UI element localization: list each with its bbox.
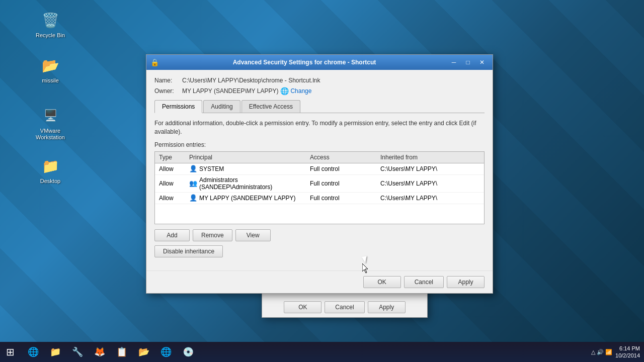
globe-icon: 🌐 — [280, 87, 288, 95]
group-icon: 👥 — [189, 179, 197, 188]
name-value: C:\Users\MY LAPPY\Desktop\chrome - Short… — [182, 77, 320, 84]
permission-entries-label: Permission entries: — [154, 141, 485, 148]
titlebar-controls: ─ □ ✕ — [447, 57, 489, 67]
row3-principal: 👤 MY LAPPY (SANDEEP\MY LAPPY) — [189, 194, 310, 202]
row3-inherited: C:\Users\MY LAPPY\ — [380, 195, 481, 202]
taskbar-explorer-icon[interactable]: 📁 — [44, 342, 66, 362]
table-row[interactable]: Allow 👥 Administrators (SANDEEP\Administ… — [155, 175, 484, 193]
desktop-folder-icon[interactable]: 📁 Desktop — [30, 156, 70, 185]
row1-access: Full control — [310, 165, 380, 172]
recycle-bin-label: Recycle Bin — [36, 32, 65, 39]
owner-row: Owner: MY LAPPY (SANDEEP\MY LAPPY) 🌐 Cha… — [154, 87, 485, 95]
permission-table: Type Principal Access Inherited from All… — [154, 151, 485, 224]
col-access: Access — [310, 154, 380, 161]
table-row[interactable]: Allow 👤 MY LAPPY (SANDEEP\MY LAPPY) Full… — [155, 193, 484, 204]
tab-content-permissions: For additional information, double-click… — [154, 113, 485, 263]
col-type: Type — [159, 154, 189, 161]
close-button[interactable]: ✕ — [475, 57, 489, 67]
vmware-icon[interactable]: 🖥️ VMware Workstation — [30, 106, 70, 141]
minimize-button[interactable]: ─ — [447, 57, 460, 67]
tab-auditing[interactable]: Auditing — [203, 100, 240, 113]
table-body: Allow 👤 SYSTEM Full control C:\Users\MY … — [155, 163, 484, 224]
missile-icon[interactable]: 📂 missile — [30, 55, 70, 84]
change-link[interactable]: Change — [290, 87, 311, 95]
permission-description: For additional information, double-click… — [154, 119, 485, 136]
row3-access: Full control — [310, 195, 380, 202]
disable-inheritance-button[interactable]: Disable inheritance — [154, 245, 223, 257]
recycle-bin-icon[interactable]: 🗑️ Recycle Bin — [30, 10, 70, 39]
taskbar-ie-icon[interactable]: 🌐 — [22, 342, 44, 362]
dialog-footer: OK Cancel Apply — [146, 270, 493, 293]
row1-principal: 👤 SYSTEM — [189, 165, 310, 173]
dialog-body: Name: C:\Users\MY LAPPY\Desktop\chrome -… — [146, 70, 493, 270]
advanced-security-dialog: 🔒 Advanced Security Settings for chrome … — [146, 54, 493, 294]
taskbar-firefox-icon[interactable]: 🦊 — [89, 342, 111, 362]
taskbar-tool-icon[interactable]: 🔧 — [66, 342, 89, 362]
dialog-icon: 🔒 — [150, 58, 158, 66]
name-label: Name: — [154, 77, 182, 84]
owner-label: Owner: — [154, 87, 182, 95]
cancel-button[interactable]: Cancel — [404, 276, 444, 288]
col-inherited: Inherited from — [380, 154, 481, 161]
secondary-apply-button[interactable]: Apply — [368, 301, 406, 313]
secondary-cancel-button[interactable]: Cancel — [325, 301, 364, 313]
maximize-button[interactable]: □ — [461, 57, 474, 67]
name-row: Name: C:\Users\MY LAPPY\Desktop\chrome -… — [154, 77, 485, 84]
row1-inherited: C:\Users\MY LAPPY\ — [380, 165, 481, 172]
time-display: 6:14 PM — [615, 345, 640, 352]
row2-access: Full control — [310, 180, 380, 187]
user2-icon: 👤 — [189, 194, 197, 202]
taskbar-tray: △ 🔊 📶 6:14 PM 10/2/2014 — [587, 345, 644, 359]
inheritance-area: Disable inheritance — [154, 245, 485, 257]
missile-label: missile — [42, 77, 59, 84]
table-header: Type Principal Access Inherited from — [155, 152, 484, 163]
secondary-ok-button[interactable]: OK — [284, 301, 321, 313]
taskbar-icons: 🌐 📁 🔧 🦊 📋 📂 🌐 💿 — [20, 342, 587, 362]
user-icon: 👤 — [189, 165, 197, 173]
dialog-title: Advanced Security Settings for chrome - … — [162, 59, 447, 66]
row2-principal: 👥 Administrators (SANDEEP\Administrators… — [189, 176, 310, 191]
taskbar-time: 6:14 PM 10/2/2014 — [615, 345, 640, 359]
taskbar: ⊞ 🌐 📁 🔧 🦊 📋 📂 🌐 💿 △ 🔊 📶 6:14 PM 10/2/201… — [0, 342, 644, 362]
col-principal: Principal — [189, 154, 310, 161]
date-display: 10/2/2014 — [615, 352, 640, 359]
row1-type: Allow — [159, 165, 189, 172]
tab-permissions[interactable]: Permissions — [154, 100, 202, 113]
secondary-dialog-footer: OK Cancel Apply — [262, 297, 427, 317]
table-row[interactable]: Allow 👤 SYSTEM Full control C:\Users\MY … — [155, 163, 484, 175]
add-button[interactable]: Add — [154, 229, 190, 241]
apply-button[interactable]: Apply — [447, 276, 485, 288]
tabs-container: Permissions Auditing Effective Access — [154, 100, 485, 113]
taskbar-chrome-icon[interactable]: 🌐 — [155, 342, 177, 362]
owner-value: MY LAPPY (SANDEEP\MY LAPPY) — [182, 87, 278, 95]
view-button[interactable]: View — [235, 229, 271, 241]
taskbar-phone-icon[interactable]: 📋 — [111, 342, 133, 362]
ok-button[interactable]: OK — [363, 276, 401, 288]
tray-icons: △ 🔊 📶 — [591, 349, 612, 355]
taskbar-media-icon[interactable]: 💿 — [177, 342, 199, 362]
row3-type: Allow — [159, 195, 189, 202]
desktop-folder-label: Desktop — [40, 178, 60, 185]
tab-effective-access[interactable]: Effective Access — [242, 100, 300, 113]
taskbar-folder2-icon[interactable]: 📂 — [133, 342, 155, 362]
vmware-label: VMware Workstation — [30, 128, 70, 141]
dialog-titlebar: 🔒 Advanced Security Settings for chrome … — [146, 55, 493, 70]
row2-inherited: C:\Users\MY LAPPY\ — [380, 180, 481, 187]
row2-type: Allow — [159, 180, 189, 187]
action-buttons: Add Remove View — [154, 229, 485, 241]
start-button[interactable]: ⊞ — [0, 342, 20, 362]
remove-button[interactable]: Remove — [193, 229, 232, 241]
